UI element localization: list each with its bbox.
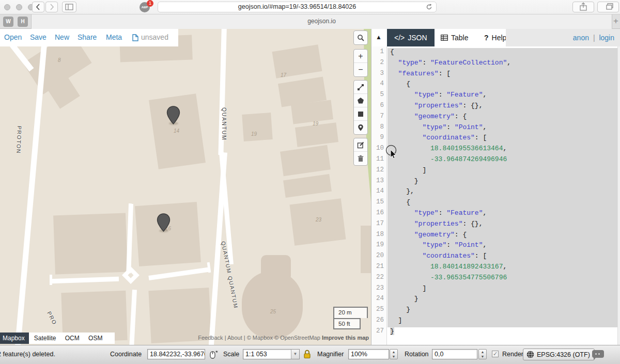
code-line[interactable]: { <box>388 48 620 59</box>
draw-line-button[interactable] <box>354 81 367 94</box>
messages-icon[interactable] <box>592 350 604 358</box>
render-checkbox[interactable]: ✓ <box>492 351 499 357</box>
reload-icon[interactable] <box>426 4 432 10</box>
map-marker-2[interactable] <box>157 213 171 232</box>
coordinate-input[interactable]: 18.842232,-33.967060 <box>147 349 205 359</box>
pinned-tab-h[interactable]: H <box>18 17 28 27</box>
tab-table[interactable]: Table <box>433 29 475 46</box>
document-icon <box>132 34 138 41</box>
window-minimize-button[interactable] <box>16 4 22 10</box>
status-bar: 2 feature(s) deleted. Coordinate 18.8422… <box>0 345 620 364</box>
new-tab-button[interactable]: + <box>612 14 620 29</box>
mapbox-copyright[interactable]: © Mapbox <box>247 335 273 341</box>
coordinate-label: Coordinate <box>110 351 142 358</box>
line-number: 5 <box>371 91 386 102</box>
code-line[interactable]: } <box>388 306 620 316</box>
osm-copyright[interactable]: © OpenStreetMap <box>274 335 320 341</box>
menu-meta[interactable]: Meta <box>106 33 122 41</box>
code-line[interactable]: "type": "Feature", <box>388 91 620 102</box>
draw-marker-button[interactable] <box>354 121 367 134</box>
code-line[interactable]: -33.964874269496946 <box>388 155 620 166</box>
feedback-link[interactable]: Feedback <box>198 335 223 341</box>
pinned-tab-w[interactable]: W <box>3 17 13 27</box>
code-line[interactable]: "properties": {}, <box>388 220 620 231</box>
code-line[interactable]: } <box>388 295 620 306</box>
dropdown-arrow-icon[interactable]: ▼ <box>291 350 299 359</box>
delete-features-button[interactable] <box>354 152 367 165</box>
basemap-satellite[interactable]: Satellite <box>34 335 56 342</box>
line-number: 14 <box>371 187 386 198</box>
line-tool-icon <box>357 84 364 91</box>
code-line[interactable]: ] <box>388 316 620 327</box>
rotation-input[interactable]: 0,0 <box>432 349 477 359</box>
screen: ABP 1 geojson.io/#map=19/-33.96514/18.84… <box>0 0 620 364</box>
menu-new[interactable]: New <box>55 33 69 41</box>
mouse-position-toggle[interactable] <box>208 349 219 359</box>
back-button[interactable] <box>32 2 44 12</box>
code-line[interactable]: "coordinates": [ <box>388 252 620 263</box>
json-editor[interactable]: 1234567891011121314151617181920212223242… <box>371 46 620 345</box>
window-close-button[interactable] <box>4 4 10 10</box>
anon-link[interactable]: anon <box>573 34 589 42</box>
code-line[interactable]: "features": [ <box>388 70 620 81</box>
editor-scrollbar[interactable] <box>617 46 620 345</box>
active-tab[interactable]: geojson.io <box>31 14 612 29</box>
forward-button[interactable] <box>45 2 58 12</box>
menu-open[interactable]: Open <box>4 33 22 41</box>
basemap-osm[interactable]: OSM <box>88 335 102 342</box>
code-line[interactable]: 18.840141892433167, <box>388 263 620 274</box>
basemap-ocm[interactable]: OCM <box>65 335 80 342</box>
magnifier-spinner[interactable]: ▲▼ <box>390 349 398 359</box>
adblock-badge: 1 <box>147 0 153 7</box>
code-line[interactable]: }, <box>388 187 620 198</box>
share-button[interactable] <box>572 2 594 12</box>
code-line[interactable]: "type": "FeatureCollection", <box>388 59 620 70</box>
editor-code[interactable]: { "type": "FeatureCollection", "features… <box>388 46 620 345</box>
zoom-in-button[interactable]: + <box>354 50 367 63</box>
about-link[interactable]: About <box>227 335 242 341</box>
code-line[interactable]: "type": "Feature", <box>388 209 620 220</box>
code-line[interactable]: "geometry": { <box>388 113 620 123</box>
code-line[interactable]: -33.965354775506796 <box>388 274 620 284</box>
rotation-spinner[interactable]: ▲▼ <box>478 349 487 359</box>
zoom-out-button[interactable]: − <box>354 63 367 76</box>
map-road <box>129 290 137 345</box>
code-line[interactable]: "type": "Point", <box>388 241 620 252</box>
code-line[interactable]: { <box>388 198 620 209</box>
search-button[interactable] <box>354 31 367 44</box>
draw-polygon-button[interactable] <box>354 94 367 107</box>
code-line[interactable]: "properties": {}, <box>388 102 620 113</box>
building-label-19b: 19 <box>313 121 318 126</box>
code-line[interactable]: ] <box>388 284 620 295</box>
scale-lock-button[interactable] <box>303 349 313 360</box>
crs-status-button[interactable]: EPSG:4326 (OTF) <box>523 349 595 360</box>
map-marker-1[interactable] <box>166 106 180 124</box>
improve-map-link[interactable]: Improve this map <box>322 335 369 341</box>
code-line[interactable]: { <box>388 80 620 91</box>
login-link[interactable]: login <box>599 34 614 42</box>
code-line[interactable]: } <box>388 327 620 338</box>
collapse-panel-arrow-icon[interactable]: ▲ <box>376 34 382 41</box>
code-line[interactable]: 18.840195536613464, <box>388 145 620 155</box>
code-line[interactable]: ] <box>388 166 620 177</box>
scale-label: Scale <box>223 351 239 358</box>
url-bar[interactable]: geojson.io/#map=19/-33.96514/18.84026 <box>158 2 437 12</box>
show-tabs-button[interactable] <box>597 2 619 12</box>
marker-tool-icon <box>357 124 364 131</box>
draw-rectangle-button[interactable] <box>354 107 367 121</box>
map-canvas[interactable]: PROTON PRO QUANTUM QUANTUM QUANTUM 8 14 … <box>0 29 371 345</box>
magnifier-input[interactable]: 100% <box>348 349 389 359</box>
tab-json[interactable]: </> JSON <box>387 29 435 46</box>
basemap-mapbox[interactable]: Mapbox <box>0 333 29 344</box>
menu-share[interactable]: Share <box>78 33 97 41</box>
sidebar-toggle-button[interactable] <box>62 2 76 12</box>
scale-combobox[interactable]: 1:1 053 ▼ <box>243 349 300 359</box>
code-line[interactable]: } <box>388 177 620 188</box>
map-attribution: Feedback | About | © Mapbox © OpenStreet… <box>198 335 369 341</box>
table-icon <box>441 35 448 41</box>
code-line[interactable]: "type": "Point", <box>388 123 620 134</box>
code-line[interactable]: "geometry": { <box>388 231 620 242</box>
code-line[interactable]: "coordinates": [ <box>388 134 620 145</box>
menu-save[interactable]: Save <box>30 33 47 41</box>
edit-features-button[interactable] <box>354 138 367 152</box>
